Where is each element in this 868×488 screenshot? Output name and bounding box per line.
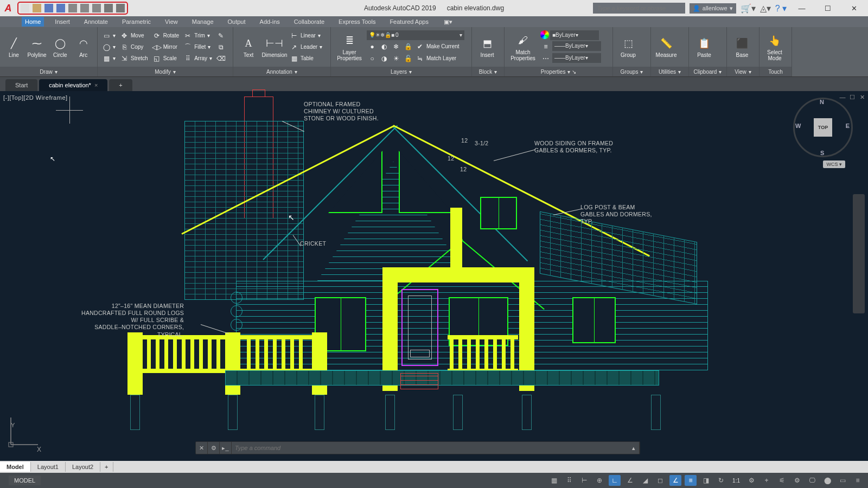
otrack-icon[interactable]: ∠ — [669, 475, 681, 486]
redo-icon[interactable] — [116, 4, 125, 12]
insert-button[interactable]: ⬒Insert — [475, 30, 499, 64]
layer-unlock-icon[interactable]: 🔓 — [403, 53, 413, 64]
scale-ratio[interactable]: 1:1 — [730, 477, 742, 485]
grid-icon[interactable]: ▦ — [548, 475, 560, 486]
maximize-button[interactable]: ☐ — [817, 2, 839, 15]
ellipse-icon[interactable]: ◯▾ — [101, 42, 117, 53]
layer-iso-icon[interactable]: ◐ — [379, 41, 390, 52]
cmd-close-icon[interactable]: ✕ — [196, 442, 208, 454]
open-icon[interactable] — [33, 4, 41, 12]
lw-icon[interactable]: ≡ — [540, 41, 551, 52]
exchange-icon[interactable]: 🛒▾ — [741, 3, 756, 14]
layer-thaw-icon[interactable]: ☀ — [391, 53, 401, 64]
lt-icon[interactable]: ⋯ — [540, 53, 551, 64]
tab-express[interactable]: Express Tools — [335, 17, 379, 27]
tab-addins[interactable]: Add-ins — [257, 17, 283, 27]
clean-icon[interactable]: ▭ — [837, 475, 848, 486]
trim-button[interactable]: ✂Trim ▾ — [182, 30, 213, 41]
gear-icon[interactable]: ⚙ — [745, 475, 757, 486]
polyline-button[interactable]: ⁓Polyline — [27, 30, 48, 64]
rect-icon[interactable]: ▭▾ — [101, 30, 117, 41]
viewcube[interactable]: TOP N S E W — [793, 98, 853, 157]
viewcube-face[interactable]: TOP — [814, 118, 832, 137]
explode-icon[interactable]: ✎ — [215, 30, 226, 41]
navigation-bar[interactable] — [853, 194, 865, 313]
close-button[interactable]: ✕ — [843, 2, 865, 15]
ribbon-cycle-icon[interactable]: ▣▾ — [444, 18, 452, 25]
select-mode-button[interactable]: 👆Select Mode — [763, 30, 787, 64]
osnap-icon[interactable]: ◻ — [654, 475, 666, 486]
color-dropdown[interactable]: ■ ByLayer ▾ — [550, 30, 599, 40]
linetype-dropdown[interactable]: —— ByLayer ▾ — [552, 53, 601, 63]
layer-freeze-icon[interactable]: ❄ — [391, 41, 401, 52]
tab-home[interactable]: Home — [22, 17, 44, 27]
cyc-icon[interactable]: ↻ — [715, 475, 727, 486]
panel-clipboard[interactable]: Clipboard ▾ — [689, 67, 726, 76]
hatch-icon[interactable]: ▦▾ — [101, 53, 117, 64]
custom-icon[interactable]: ≡ — [852, 475, 864, 486]
drawing-canvas[interactable]: [-][Top][2D Wireframe] ↖ — ☐ ✕ TOP N S E… — [0, 91, 868, 461]
base-button[interactable]: ⬛Base — [730, 30, 754, 64]
tab-collaborate[interactable]: Collaborate — [291, 17, 328, 27]
account-menu[interactable]: 👤 allenlowe ▾ — [690, 3, 736, 14]
tab-insert[interactable]: Insert — [52, 17, 73, 27]
viewcube-north[interactable]: N — [820, 99, 824, 105]
viewcube-east[interactable]: E — [846, 123, 850, 129]
scale-button[interactable]: ◱Scale — [151, 53, 180, 64]
layer-dropdown[interactable]: 💡☀❄🔒■ 0▾ — [367, 30, 464, 40]
linear-button[interactable]: ⊢Linear ▾ — [289, 30, 323, 41]
text-button[interactable]: AText — [237, 30, 260, 64]
leader-button[interactable]: ↗Leader ▾ — [289, 42, 323, 53]
cmd-config-icon[interactable]: ⚙ — [208, 442, 220, 454]
viewcube-west[interactable]: W — [795, 123, 801, 129]
line-button[interactable]: ╱Line — [3, 30, 24, 64]
paste-button[interactable]: 📋Paste — [692, 30, 716, 64]
new-tab-button[interactable]: + — [109, 79, 132, 91]
undo-icon[interactable] — [104, 4, 113, 12]
vp-close-icon[interactable]: ✕ — [858, 93, 866, 101]
tab-parametric[interactable]: Parametric — [119, 17, 154, 27]
command-input[interactable] — [232, 445, 628, 451]
mirror-button[interactable]: ◁▷Mirror — [151, 42, 180, 53]
measure-button[interactable]: 📏Measure — [654, 30, 678, 64]
snap-icon[interactable]: ⠿ — [563, 475, 575, 486]
panel-properties[interactable]: Properties ▾ ↘ — [505, 67, 612, 76]
trans-icon[interactable]: ◨ — [700, 475, 712, 486]
plot-icon[interactable] — [92, 4, 101, 12]
group-button[interactable]: ⬚Group — [616, 30, 640, 64]
fillet-button[interactable]: ⌒Fillet ▾ — [182, 42, 213, 53]
dimension-button[interactable]: ⊢⊣Dimension — [263, 30, 286, 64]
rotate-button[interactable]: ⟳Rotate — [151, 30, 180, 41]
infer-icon[interactable]: ⊢ — [578, 475, 590, 486]
move-button[interactable]: ✥Move — [119, 30, 149, 41]
viewcube-south[interactable]: S — [820, 150, 824, 156]
panel-layers[interactable]: Layers ▾ — [331, 67, 471, 76]
iso-icon[interactable]: ◢ — [639, 475, 651, 486]
circle-button[interactable]: ◯Circle — [50, 30, 71, 64]
tab-layout1[interactable]: Layout1 — [31, 462, 66, 472]
tab-view[interactable]: View — [162, 17, 181, 27]
offset-icon[interactable]: ⧉ — [215, 42, 226, 53]
tab-file[interactable]: cabin elevation* × — [39, 79, 107, 91]
saveas-icon[interactable] — [56, 4, 65, 12]
annoscale-icon[interactable]: ⚟ — [776, 475, 788, 486]
command-line[interactable]: ✕ ⚙ ▸_ ▴ — [195, 441, 640, 454]
tab-model[interactable]: Model — [0, 462, 31, 472]
panel-view[interactable]: View ▾ — [727, 67, 759, 76]
stretch-button[interactable]: ⇲Stretch — [119, 53, 149, 64]
panel-block[interactable]: Block ▾ — [472, 67, 504, 76]
tab-layout2[interactable]: Layout2 — [66, 462, 100, 472]
tab-annotate[interactable]: Annotate — [81, 17, 111, 27]
new-icon[interactable] — [21, 4, 29, 12]
polar-icon[interactable]: ∠ — [624, 475, 636, 486]
dynamic-icon[interactable]: ⊕ — [593, 475, 605, 486]
workspace-icon[interactable]: ⚙ — [791, 475, 803, 486]
layer-off-icon[interactable]: ● — [367, 41, 378, 52]
status-model[interactable]: MODEL — [9, 476, 41, 485]
lineweight-dropdown[interactable]: —— ByLayer ▾ — [552, 41, 601, 51]
array-button[interactable]: ⠿Array ▾ — [182, 53, 213, 64]
tab-output[interactable]: Output — [225, 17, 249, 27]
panel-modify[interactable]: Modify ▾ — [98, 67, 233, 76]
panel-draw[interactable]: Draw ▾ — [0, 67, 97, 76]
cmd-history-icon[interactable]: ▴ — [628, 442, 640, 454]
